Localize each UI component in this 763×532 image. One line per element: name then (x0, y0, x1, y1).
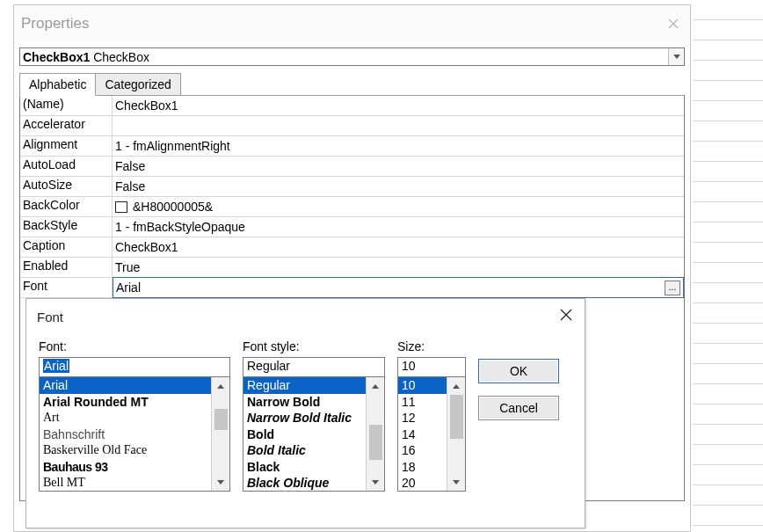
list-item[interactable]: 11 (398, 394, 447, 411)
property-value[interactable]: True (113, 258, 684, 277)
property-row[interactable]: Alignment1 - fmAlignmentRight (20, 136, 684, 157)
property-row[interactable]: Accelerator (20, 116, 684, 136)
chevron-down-icon[interactable] (668, 48, 684, 65)
property-label: Enabled (20, 258, 113, 277)
list-item[interactable]: 16 (398, 442, 447, 459)
list-item[interactable]: Narrow Bold (243, 394, 366, 411)
scroll-up-icon[interactable] (447, 377, 465, 395)
property-value[interactable]: 1 - fmAlignmentRight (113, 136, 684, 156)
ellipsis-button[interactable]: ... (665, 281, 680, 295)
list-item[interactable]: Regular (243, 377, 366, 394)
style-list-scrollbar[interactable] (366, 377, 384, 491)
color-swatch (115, 201, 127, 213)
tab-categorized[interactable]: Categorized (95, 73, 181, 96)
ok-button[interactable]: OK (478, 359, 559, 383)
object-name: CheckBox1 (23, 50, 90, 64)
list-item[interactable]: Bold Italic (243, 442, 366, 459)
properties-title: Properties (21, 15, 89, 33)
list-item[interactable]: 20 (398, 475, 447, 492)
property-row[interactable]: FontArial... (20, 278, 684, 298)
list-item[interactable]: Arial Rounded MT (40, 394, 211, 411)
list-item[interactable]: Bell MT (40, 475, 211, 492)
close-icon[interactable] (657, 11, 690, 37)
property-label: (Name) (20, 96, 113, 115)
property-label: AutoLoad (20, 157, 113, 176)
properties-titlebar[interactable]: Properties (14, 5, 690, 42)
size-label: Size: (397, 339, 466, 353)
spreadsheet-grid (693, 0, 763, 532)
property-row[interactable]: EnabledTrue (20, 258, 684, 278)
property-label: Alignment (20, 136, 113, 156)
close-icon[interactable] (558, 307, 574, 326)
size-input[interactable]: 10 (397, 357, 466, 377)
property-label: AutoSize (20, 177, 113, 196)
font-style-label: Font style: (243, 339, 385, 353)
property-label: Caption (20, 237, 113, 257)
list-item[interactable]: Bauhaus 93 (40, 459, 211, 476)
list-item[interactable]: Black Oblique (243, 475, 366, 492)
object-selector[interactable]: CheckBox1 CheckBox (19, 47, 685, 66)
font-list-scrollbar[interactable] (211, 377, 229, 491)
tab-alphabetic[interactable]: Alphabetic (19, 73, 96, 96)
scroll-up-icon[interactable] (212, 377, 229, 395)
properties-tabs: Alphabetic Categorized (14, 66, 690, 95)
scroll-down-icon[interactable] (447, 473, 465, 491)
list-item[interactable]: Black (243, 459, 366, 476)
property-value[interactable]: Arial... (113, 277, 684, 298)
property-row[interactable]: AutoLoadFalse (20, 157, 684, 177)
property-value[interactable]: False (113, 177, 684, 196)
font-style-input[interactable]: Regular (243, 357, 385, 377)
property-row[interactable]: (Name)CheckBox1 (20, 96, 684, 116)
cancel-button[interactable]: Cancel (478, 396, 559, 420)
property-value[interactable] (113, 116, 684, 135)
scroll-down-icon[interactable] (212, 473, 229, 491)
list-item[interactable]: Bold (243, 426, 366, 443)
property-value[interactable]: False (113, 157, 684, 176)
list-item[interactable]: Baskerville Old Face (40, 442, 211, 459)
font-style-list[interactable]: RegularNarrow BoldNarrow Bold ItalicBold… (243, 377, 385, 492)
list-item[interactable]: 10 (398, 377, 447, 394)
property-value[interactable]: CheckBox1 (113, 237, 684, 257)
font-input[interactable]: Arial (39, 357, 230, 377)
list-item[interactable]: Narrow Bold Italic (243, 410, 366, 426)
list-item[interactable]: Arial (40, 377, 211, 394)
property-label: BackColor (20, 197, 113, 216)
size-list-scrollbar[interactable] (447, 377, 465, 491)
property-value[interactable]: 1 - fmBackStyleOpaque (113, 217, 684, 237)
font-dialog-titlebar[interactable]: Font (26, 299, 585, 334)
property-value[interactable]: &H80000005& (113, 197, 684, 216)
font-list[interactable]: ArialArial Rounded MTArtBahnschriftBaske… (39, 377, 230, 492)
font-dialog-title: Font (37, 310, 63, 324)
property-row[interactable]: BackStyle1 - fmBackStyleOpaque (20, 217, 684, 237)
scroll-down-icon[interactable] (367, 473, 384, 491)
property-row[interactable]: AutoSizeFalse (20, 177, 684, 197)
object-type: CheckBox (93, 50, 149, 64)
font-dialog: Font Font: Arial ArialArial Rounded MTAr… (25, 298, 585, 528)
list-item[interactable]: 12 (398, 410, 447, 426)
property-label: BackStyle (20, 217, 113, 237)
list-item[interactable]: Art (40, 410, 211, 426)
property-value[interactable]: CheckBox1 (113, 96, 684, 115)
scroll-up-icon[interactable] (367, 377, 384, 395)
property-label: Font (20, 278, 113, 297)
property-row[interactable]: CaptionCheckBox1 (20, 237, 684, 258)
list-item[interactable]: 14 (398, 426, 447, 443)
list-item[interactable]: 18 (398, 459, 447, 476)
property-label: Accelerator (20, 116, 113, 135)
font-label: Font: (39, 339, 230, 353)
property-row[interactable]: BackColor&H80000005& (20, 197, 684, 217)
list-item[interactable]: Bahnschrift (40, 426, 211, 443)
size-list[interactable]: 10111214161820 (397, 377, 466, 492)
